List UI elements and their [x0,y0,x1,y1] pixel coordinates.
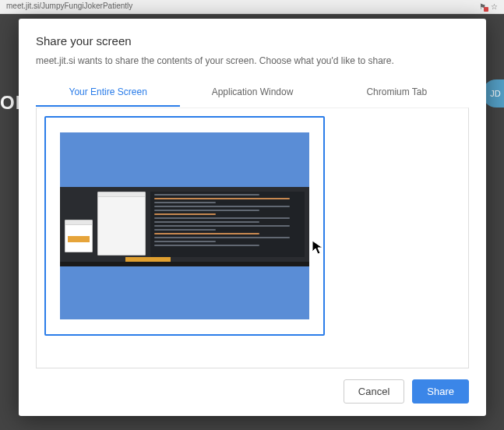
bookmark-star-icon[interactable]: ☆ [491,2,498,11]
share-button[interactable]: Share [412,379,469,404]
preview-window-code [150,192,305,257]
browser-toolbar: meet.jit.si/JumpyFungiJokerPatiently ⚑ ☆ [0,0,504,14]
dialog-subtitle: meet.jit.si wants to share the contents … [36,55,469,66]
screen-preview-inner [60,132,309,319]
share-screen-dialog: Share your screen meet.jit.si wants to s… [19,19,486,416]
cancel-button[interactable]: Cancel [344,379,404,404]
dialog-footer: Cancel Share [36,368,469,404]
preview-window-dialog [97,192,146,256]
tab-entire-screen[interactable]: Your Entire Screen [36,80,180,107]
preview-taskbar [60,262,309,266]
preview-window-small [65,220,93,252]
screen-preview-thumbnail[interactable] [44,116,325,336]
avatar-initials: JD [490,89,500,98]
url-fragment: meet.jit.si/JumpyFungiJokerPatiently [6,2,132,12]
dialog-title: Share your screen [36,34,469,48]
mouse-cursor-icon [312,240,324,256]
preview-desktop-strip [60,187,309,262]
tab-chromium-tab[interactable]: Chromium Tab [325,80,469,107]
preview-area [36,108,469,368]
tab-application-window[interactable]: Application Window [180,80,324,107]
share-source-tabs: Your Entire Screen Application Window Ch… [36,80,469,108]
extension-flag-icon[interactable]: ⚑ [479,2,486,11]
